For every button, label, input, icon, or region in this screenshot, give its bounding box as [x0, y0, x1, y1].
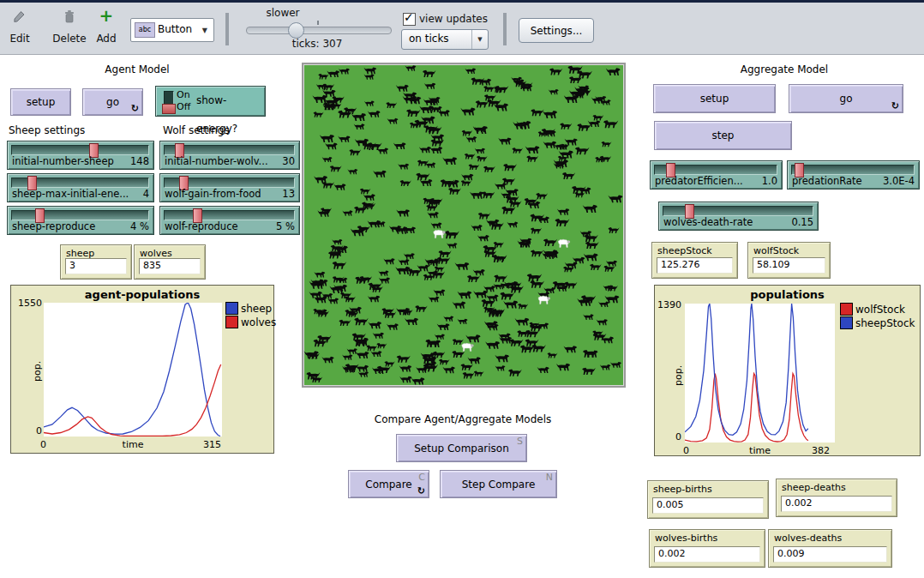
- action-key: N: [546, 472, 553, 483]
- compare-label: Compare: [365, 479, 411, 491]
- slider-groove[interactable]: [11, 210, 149, 220]
- settings-button[interactable]: Settings...: [519, 18, 594, 43]
- populations-plot: populations 1390 0 pop. 0 time 382 wolfS…: [654, 285, 921, 456]
- monitor-value: 0.002: [654, 546, 760, 563]
- aggregate-setup-button[interactable]: setup: [653, 84, 776, 113]
- world-view: [302, 63, 626, 388]
- slider-groove[interactable]: [164, 210, 295, 220]
- sheep-births-monitor: sheep-births 0.005: [647, 480, 769, 519]
- predator-efficiency-slider[interactable]: predatorEfficien...1.0: [650, 160, 783, 190]
- step-compare-button[interactable]: Step Compare N: [440, 470, 557, 498]
- sheep-stock-monitor: sheepStock 125.276: [651, 242, 738, 279]
- y-axis-min-label: 0: [655, 431, 681, 443]
- wolf-reproduce-slider[interactable]: wolf-reproduce5 %: [159, 206, 300, 235]
- wolf-stock-monitor: wolfStock 58.109: [747, 242, 831, 279]
- switch-on-label: On: [177, 89, 190, 100]
- aggregate-step-label: step: [712, 129, 735, 141]
- legend-item-sheep: sheep: [225, 302, 272, 315]
- ticks-counter: ticks: 307: [257, 38, 377, 50]
- legend-label: sheep: [241, 303, 272, 315]
- sheep-reproduce-slider[interactable]: sheep-reproduce4 %: [7, 206, 154, 235]
- predation-rate-slider[interactable]: predationRate3.0E-4: [787, 160, 920, 190]
- monitor-value: 0.002: [781, 496, 892, 512]
- widget-type-chooser[interactable]: abc Button ▼: [130, 18, 214, 42]
- y-axis-title: pop.: [32, 361, 43, 382]
- slider-groove[interactable]: [11, 145, 149, 155]
- update-mode-dropdown[interactable]: on ticks ▼: [401, 29, 489, 50]
- agent-model-section-title: Agent Model: [51, 63, 223, 75]
- add-plus-icon[interactable]: +: [94, 5, 118, 26]
- monitor-value: 0.009: [773, 546, 887, 563]
- world-canvas: [303, 64, 624, 386]
- initial-number-sheep-slider[interactable]: initial-number-sheep148: [7, 141, 154, 170]
- legend-swatch: [840, 303, 853, 316]
- wolf-gain-from-food-slider[interactable]: wolf-gain-from-food13: [159, 173, 300, 202]
- forever-icon: ↻: [131, 103, 139, 114]
- slider-groove[interactable]: [791, 165, 915, 175]
- sheep-deaths-monitor: sheep-deaths 0.002: [776, 479, 897, 517]
- slider-value: 0.15: [791, 216, 813, 228]
- add-button[interactable]: Add: [89, 33, 123, 45]
- slider-label: wolf-reproduce: [165, 220, 238, 232]
- agent-go-button[interactable]: go ↻: [82, 88, 143, 116]
- slider-value: 13: [282, 188, 295, 200]
- compare-button[interactable]: Compare C ↻: [348, 470, 429, 498]
- show-energy-switch[interactable]: On Off show-energy?: [155, 86, 266, 117]
- initial-number-wolves-slider[interactable]: initial-number-wolv...30: [159, 141, 300, 170]
- aggregate-model-section-title: Aggregate Model: [694, 63, 874, 75]
- legend-label: wolfStock: [855, 304, 905, 316]
- plot-area: [685, 304, 835, 443]
- wolves-deaths-monitor: wolves-deaths 0.009: [768, 529, 892, 568]
- monitor-label: wolves-deaths: [774, 533, 888, 544]
- y-axis-title: pop.: [673, 365, 684, 386]
- plot-title: populations: [655, 288, 920, 301]
- forever-icon: ↻: [891, 100, 899, 111]
- slider-label: predatorEfficien...: [655, 175, 743, 187]
- slider-value: 1.0: [762, 175, 777, 187]
- speed-slider-center-tick: [317, 21, 319, 25]
- view-updates-label[interactable]: view updates: [419, 13, 496, 25]
- x-axis-max-label: 315: [203, 439, 232, 450]
- aggregate-go-button[interactable]: go ↻: [789, 84, 903, 113]
- slider-label: initial-number-sheep: [12, 155, 114, 167]
- switch-knob[interactable]: [162, 104, 176, 114]
- edit-button[interactable]: Edit: [3, 33, 36, 45]
- agent-go-label: go: [106, 96, 119, 108]
- wolf-settings-title: Wolf settings: [163, 124, 230, 136]
- view-updates-checkbox[interactable]: ✓: [403, 13, 416, 26]
- toolbar-separator: [225, 13, 229, 45]
- speed-slider-track[interactable]: [246, 27, 392, 34]
- y-axis-max-label: 1390: [655, 299, 681, 310]
- delete-button[interactable]: Delete: [48, 33, 91, 45]
- plot-canvas: [44, 303, 222, 437]
- agent-setup-button[interactable]: setup: [10, 88, 71, 116]
- check-icon: ✓: [404, 10, 414, 24]
- button-widget-icon: abc: [135, 22, 155, 38]
- slider-label: wolf-gain-from-food: [165, 188, 261, 200]
- legend-swatch: [225, 302, 238, 315]
- delete-trash-icon[interactable]: [63, 9, 76, 24]
- monitor-label: wolves-births: [655, 533, 761, 544]
- monitor-label: sheepStock: [657, 245, 734, 256]
- sheep-max-initial-energy-slider[interactable]: sheep-max-initial-ene...4: [7, 173, 154, 202]
- wolves-births-monitor: wolves-births 0.002: [649, 529, 765, 568]
- slider-value: 148: [130, 155, 149, 167]
- monitor-label: sheep-births: [653, 484, 765, 495]
- switch-off-label: Off: [177, 101, 190, 112]
- wolves-death-rate-slider[interactable]: wolves-death-rate0.15: [658, 202, 819, 231]
- show-energy-label: show-energy?: [196, 87, 265, 116]
- sheep-settings-title: Sheep settings: [9, 124, 85, 136]
- x-axis-title: time: [44, 439, 222, 450]
- setup-comparison-button[interactable]: Setup Comparison S: [396, 434, 527, 462]
- y-axis-max-label: 1550: [13, 298, 42, 309]
- forever-icon: ↻: [417, 485, 425, 497]
- widget-type-value: Button: [158, 19, 192, 41]
- slider-label: wolves-death-rate: [663, 216, 753, 228]
- monitor-label: wolfStock: [753, 245, 826, 256]
- speed-slider-knob[interactable]: [288, 22, 304, 39]
- aggregate-step-button[interactable]: step: [654, 121, 792, 150]
- action-key: C: [418, 472, 425, 483]
- legend-item-wolfstock: wolfStock: [840, 303, 905, 316]
- edit-pencil-icon[interactable]: [12, 10, 26, 24]
- legend-label: wolves: [241, 316, 276, 328]
